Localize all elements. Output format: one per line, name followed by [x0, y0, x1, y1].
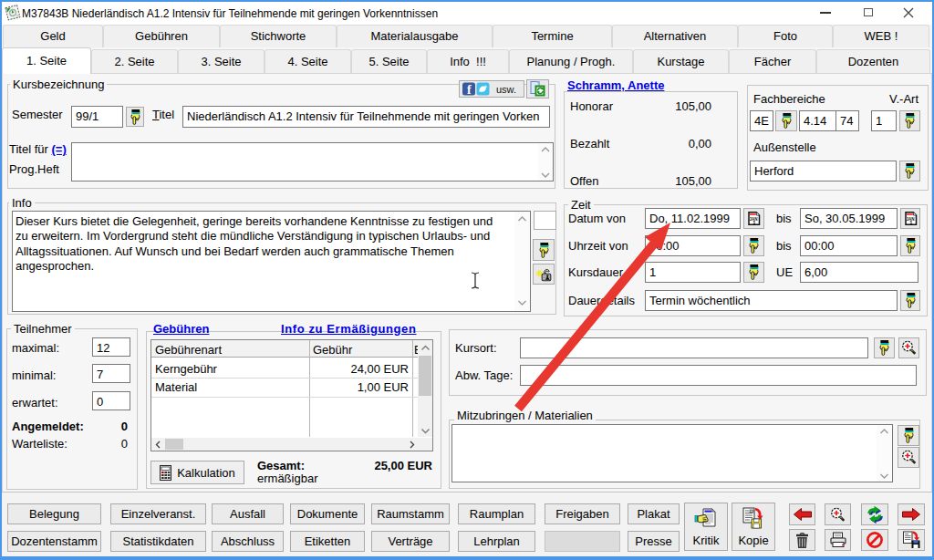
- svg-text:f: f: [467, 83, 472, 97]
- svg-text:usw.: usw.: [496, 84, 516, 95]
